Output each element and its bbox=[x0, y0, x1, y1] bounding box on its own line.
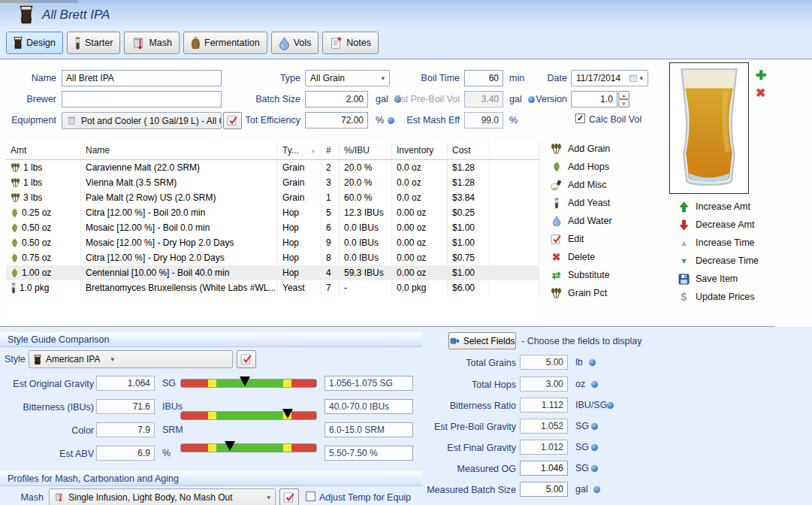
col-pct-ibu[interactable]: %/IBU bbox=[340, 141, 392, 159]
measured-og-label: Measured OG bbox=[406, 464, 516, 474]
calc-boil-vol-label: Calc Boil Vol bbox=[589, 114, 641, 125]
ingredient-row[interactable]: 1 lbs Vienna Malt (3.5 SRM)Grain320.0 %0… bbox=[6, 175, 539, 190]
edit-check-icon bbox=[550, 234, 563, 245]
beersmith-recipe-window: All Brett IPA Design Starter Mash Fermen… bbox=[0, 0, 812, 505]
design-pint-icon bbox=[14, 36, 23, 50]
info-dot[interactable] bbox=[607, 402, 614, 409]
abv-unit: % bbox=[162, 448, 171, 458]
style-select[interactable]: American IPA ▾ bbox=[29, 350, 233, 368]
col-amt[interactable]: Amt bbox=[6, 141, 81, 159]
chevron-down-icon: ▾ bbox=[639, 74, 643, 82]
stepper-up-icon[interactable]: ▲ bbox=[618, 91, 629, 99]
style-edit-button[interactable] bbox=[237, 350, 256, 368]
tab-notes[interactable]: Notes bbox=[322, 32, 379, 54]
grain-icon bbox=[550, 144, 563, 155]
hop-icon bbox=[11, 268, 19, 278]
est-final-gravity-unit: SG bbox=[575, 442, 589, 452]
ingredient-row[interactable]: 0.75 oz Citra [12.00 %] - Dry Hop 2.0 Da… bbox=[6, 250, 539, 265]
est-preboil-gravity-label: Est Pre-Boil Gravity bbox=[406, 422, 516, 432]
ingredients-table: Amt Name Ty...▲ # %/IBU Inventory Cost 1… bbox=[6, 141, 539, 324]
adjust-temp-checkbox[interactable] bbox=[306, 491, 315, 501]
ingredient-row[interactable]: 1 lbs Caravienne Malt (22.0 SRM)Grain220… bbox=[6, 160, 539, 175]
info-dot[interactable] bbox=[591, 465, 598, 472]
ingredients-table-header[interactable]: Amt Name Ty...▲ # %/IBU Inventory Cost bbox=[6, 141, 539, 160]
add-recipe-button[interactable]: ✚ bbox=[756, 68, 766, 83]
select-fields-hint: - Choose the fields to display bbox=[521, 336, 642, 346]
decrease-amt-button[interactable]: Decrease Amt bbox=[678, 216, 759, 234]
info-dot[interactable] bbox=[593, 486, 600, 493]
floppy-disk-icon bbox=[678, 274, 690, 285]
delete-x-icon: ✖ bbox=[550, 251, 563, 263]
edit-ingredient-button[interactable]: Edit bbox=[550, 230, 612, 248]
grain-pct-button[interactable]: Grain Pct bbox=[550, 284, 612, 302]
ingredient-row[interactable]: 0.50 oz Mosaic [12.00 %] - Boil 0.0 minH… bbox=[6, 220, 539, 235]
tab-starter[interactable]: Starter bbox=[67, 32, 121, 54]
ingredient-row[interactable]: 0.50 oz Mosaic [12.00 %] - Dry Hop 2.0 D… bbox=[6, 235, 539, 250]
mash-profile-select[interactable]: Single Infusion, Light Body, No Mash Out… bbox=[49, 488, 276, 505]
og-label: Est Original Gravity bbox=[0, 379, 94, 389]
stepper-down-icon[interactable]: ▼ bbox=[618, 99, 629, 107]
name-input[interactable] bbox=[62, 70, 222, 86]
est-preboil-vol-field bbox=[464, 91, 503, 107]
color-gauge-marker bbox=[225, 441, 235, 451]
checkmark-icon: ✓ bbox=[577, 113, 584, 123]
add-misc-button[interactable]: Add Misc bbox=[550, 176, 612, 194]
hop-icon bbox=[11, 208, 19, 218]
boil-time-input[interactable] bbox=[464, 70, 503, 86]
total-grains-unit: lb bbox=[575, 357, 583, 367]
save-item-button[interactable]: Save Item bbox=[678, 270, 759, 288]
profiles-header: Profiles for Mash, Carbonation and Aging bbox=[0, 471, 422, 486]
col-num[interactable]: # bbox=[321, 141, 340, 159]
delete-recipe-button[interactable]: ✖ bbox=[756, 86, 765, 100]
grain-icon bbox=[550, 288, 563, 299]
ingredient-row[interactable]: 1.0 pkg Brettanomyces Bruxellensis (Whit… bbox=[6, 280, 539, 295]
col-cost[interactable]: Cost bbox=[448, 141, 490, 159]
col-inventory[interactable]: Inventory bbox=[392, 141, 448, 159]
add-hops-button[interactable]: Add Hops bbox=[550, 158, 612, 176]
est-final-gravity-value: 1.012 bbox=[520, 440, 568, 455]
increase-amt-button[interactable]: Increase Amt bbox=[678, 198, 759, 216]
ingredient-row-selected[interactable]: 1.00 oz Centennial [10.00 %] - Boil 40.0… bbox=[6, 265, 539, 280]
misc-flask-icon bbox=[550, 180, 563, 191]
calc-boil-vol-checkbox[interactable]: ✓ bbox=[575, 113, 585, 123]
red-down-arrow-icon bbox=[678, 219, 690, 231]
ingredient-row[interactable]: 3 lbs Pale Malt (2 Row) US (2.0 SRM)Grai… bbox=[6, 190, 539, 205]
ingredient-row[interactable]: 0.25 oz Citra [12.00 %] - Boil 20.0 minH… bbox=[6, 205, 539, 220]
mash-edit-button[interactable] bbox=[279, 488, 299, 505]
version-input[interactable] bbox=[571, 91, 617, 107]
info-dot[interactable] bbox=[591, 444, 598, 451]
update-prices-button[interactable]: $Update Prices bbox=[678, 288, 759, 306]
delete-ingredient-button[interactable]: ✖Delete bbox=[550, 248, 612, 266]
batch-size-input[interactable] bbox=[305, 91, 368, 107]
type-select[interactable]: All Grain ▾ bbox=[305, 70, 390, 86]
info-dot[interactable] bbox=[591, 381, 598, 388]
tot-efficiency-input[interactable] bbox=[305, 112, 368, 129]
ibu-range: 40.0-70.0 IBUs bbox=[324, 399, 413, 414]
tab-vols[interactable]: Vols bbox=[271, 32, 319, 54]
select-fields-button[interactable]: Select Fields bbox=[448, 332, 516, 349]
date-picker[interactable]: 11/17/2014 ▾ bbox=[571, 70, 648, 86]
col-type[interactable]: Ty...▲ bbox=[278, 141, 321, 159]
col-name[interactable]: Name bbox=[81, 141, 278, 159]
ibu-unit: IBUs bbox=[162, 401, 183, 412]
measured-batch-size-input[interactable] bbox=[520, 482, 568, 497]
add-water-button[interactable]: Add Water bbox=[550, 212, 612, 230]
decrease-time-button[interactable]: ▼Decrease Time bbox=[678, 252, 759, 270]
increase-time-button[interactable]: ▲Increase Time bbox=[678, 234, 759, 252]
info-dot[interactable] bbox=[589, 359, 596, 366]
ibu-gauge-marker bbox=[282, 409, 293, 419]
add-yeast-button[interactable]: Add Yeast bbox=[550, 194, 612, 212]
grain-icon bbox=[11, 163, 20, 173]
add-grain-button[interactable]: Add Grain bbox=[550, 140, 612, 158]
version-stepper[interactable]: ▲ ▼ bbox=[618, 91, 629, 107]
equipment-select[interactable]: Pot and Cooler ( 10 Gal/19 L) - All Gr bbox=[62, 112, 222, 129]
tab-mash[interactable]: Mash bbox=[124, 32, 180, 54]
substitute-button[interactable]: ⇄Substitute bbox=[550, 266, 612, 284]
measured-og-unit: SG bbox=[575, 463, 589, 473]
total-hops-label: Total Hops bbox=[406, 380, 516, 390]
measured-og-input[interactable] bbox=[520, 461, 568, 476]
tab-fermentation[interactable]: Fermentation bbox=[183, 32, 267, 54]
info-dot[interactable] bbox=[591, 423, 598, 430]
tab-design[interactable]: Design bbox=[6, 32, 63, 54]
brewer-input[interactable] bbox=[62, 91, 222, 107]
